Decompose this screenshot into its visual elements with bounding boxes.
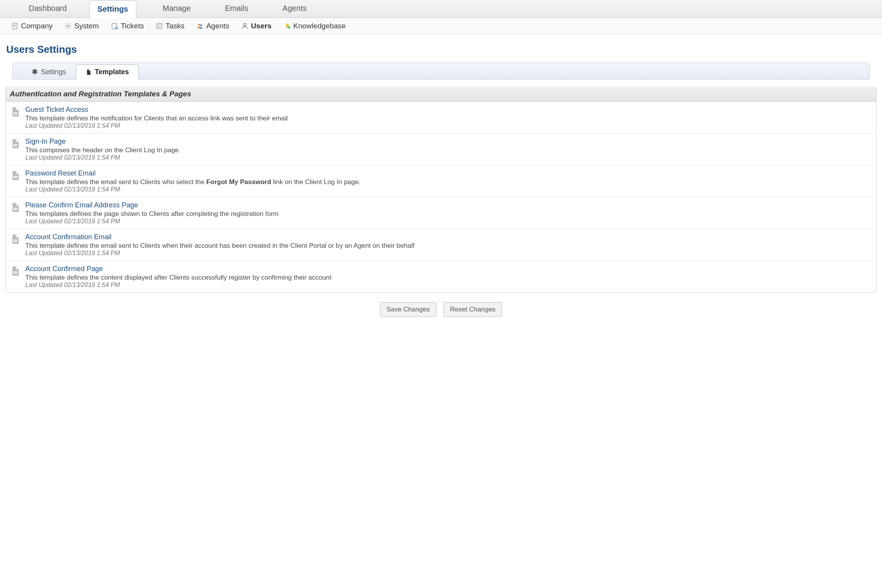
- template-description: This composes the header on the Client L…: [25, 146, 872, 154]
- template-description-bold: Forgot My Password: [206, 178, 271, 186]
- template-title-link[interactable]: Please Confirm Email Address Page: [25, 201, 872, 209]
- svg-rect-0: [12, 23, 17, 29]
- updated-prefix: Last Updated: [25, 186, 64, 193]
- page-icon: [10, 233, 25, 257]
- template-updated: Last Updated 02/13/2019 1:54 PM: [25, 218, 872, 225]
- template-row: Account Confirmed PageThis template defi…: [6, 261, 876, 292]
- updated-date: 02/13/2019 1:54 PM: [64, 282, 120, 288]
- template-body: Sign-In PageThis composes the header on …: [25, 137, 872, 161]
- reset-button[interactable]: Reset Changes: [443, 302, 502, 317]
- gear-icon: [64, 22, 72, 30]
- svg-rect-28: [13, 209, 17, 210]
- template-description-post: link on the Client Log In page.: [271, 178, 361, 186]
- subnav-knowledgebase[interactable]: Knowledgebase: [281, 20, 348, 32]
- template-row: Account Confirmation EmailThis template …: [6, 229, 876, 261]
- template-title-link[interactable]: Sign-In Page: [25, 137, 872, 146]
- template-description: This template defines the email sent to …: [25, 242, 872, 250]
- tab-emails[interactable]: Emails: [217, 0, 256, 17]
- lightbulb-icon: [283, 22, 291, 30]
- updated-date: 02/13/2019 1:54 PM: [64, 218, 120, 224]
- template-row: Guest Ticket AccessThis template defines…: [6, 102, 876, 134]
- tab-settings[interactable]: Settings: [89, 0, 136, 18]
- subnav-label: Knowledgebase: [293, 22, 346, 30]
- template-body: Please Confirm Email Address PageThis te…: [25, 201, 872, 225]
- subnav-system[interactable]: System: [62, 20, 101, 32]
- tasks-icon: [155, 22, 163, 30]
- subnav-agents[interactable]: Agents: [194, 20, 232, 32]
- template-description-pre: This template defines the email sent to …: [25, 178, 206, 186]
- section-header: Authentication and Registration Template…: [6, 87, 876, 102]
- svg-point-15: [244, 23, 246, 26]
- svg-rect-27: [13, 208, 17, 209]
- subnav-tasks[interactable]: Tasks: [153, 20, 187, 32]
- page-icon: [10, 137, 25, 161]
- page-icon: [10, 201, 25, 225]
- template-updated: Last Updated 02/13/2019 1:54 PM: [25, 186, 872, 193]
- updated-date: 02/13/2019 1:54 PM: [64, 154, 120, 161]
- template-updated: Last Updated 02/13/2019 1:54 PM: [25, 250, 872, 257]
- template-title-link[interactable]: Password Reset Email: [25, 169, 872, 177]
- subtab-templates[interactable]: Templates: [76, 64, 139, 80]
- agents-icon: [196, 22, 204, 30]
- page-small-icon: [85, 69, 92, 75]
- svg-rect-22: [13, 114, 17, 115]
- updated-prefix: Last Updated: [25, 122, 64, 129]
- subnav-label: System: [74, 22, 99, 30]
- footer-buttons: Save Changes Reset Changes: [5, 302, 877, 317]
- ticket-icon: [111, 22, 119, 30]
- svg-rect-25: [13, 176, 17, 177]
- template-updated: Last Updated 02/13/2019 1:54 PM: [25, 122, 872, 129]
- template-updated: Last Updated 02/13/2019 1:54 PM: [25, 282, 872, 289]
- subtab-strip: ✱ Settings Templates: [12, 63, 870, 80]
- templates-content: Authentication and Registration Template…: [5, 87, 877, 293]
- page-icon: [10, 106, 25, 129]
- tab-manage[interactable]: Manage: [155, 0, 199, 17]
- svg-rect-29: [13, 240, 17, 240]
- svg-rect-23: [13, 144, 17, 145]
- svg-rect-31: [13, 271, 17, 272]
- svg-point-14: [200, 24, 202, 26]
- svg-rect-32: [13, 273, 17, 274]
- subnav-label: Users: [251, 22, 272, 30]
- template-row: Sign-In PageThis composes the header on …: [6, 134, 876, 165]
- svg-rect-17: [286, 26, 288, 28]
- updated-date: 02/13/2019 1:54 PM: [64, 122, 120, 129]
- subtab-settings[interactable]: ✱ Settings: [22, 64, 76, 80]
- users-icon: [241, 22, 249, 30]
- subnav-tickets[interactable]: Tickets: [108, 20, 146, 32]
- page-title: Users Settings: [6, 43, 877, 56]
- updated-prefix: Last Updated: [25, 154, 64, 161]
- svg-point-16: [286, 23, 289, 26]
- page-icon: [10, 265, 25, 289]
- template-description: This templates defines the page shown to…: [25, 210, 872, 218]
- subnav-company[interactable]: Company: [9, 20, 55, 32]
- svg-point-13: [198, 24, 200, 26]
- save-button[interactable]: Save Changes: [380, 302, 437, 317]
- template-description: This template defines the email sent to …: [25, 178, 872, 186]
- subtab-label: Templates: [95, 68, 129, 76]
- subnav-label: Tickets: [121, 22, 144, 30]
- asterisk-icon: ✱: [32, 68, 38, 76]
- updated-prefix: Last Updated: [25, 218, 64, 224]
- updated-date: 02/13/2019 1:54 PM: [64, 186, 120, 193]
- template-body: Account Confirmation EmailThis template …: [25, 233, 872, 257]
- tab-dashboard[interactable]: Dashboard: [21, 0, 75, 17]
- template-row: Password Reset EmailThis template define…: [6, 165, 876, 197]
- svg-rect-24: [13, 146, 17, 146]
- subnav-users[interactable]: Users: [239, 20, 274, 32]
- page-icon: [10, 169, 25, 193]
- settings-subnav: Company System Tickets Tasks Agents User…: [0, 18, 882, 34]
- template-description: This template defines the notification f…: [25, 115, 872, 122]
- svg-rect-30: [13, 241, 17, 242]
- template-title-link[interactable]: Guest Ticket Access: [25, 106, 872, 114]
- updated-prefix: Last Updated: [25, 250, 64, 256]
- svg-point-4: [67, 25, 69, 27]
- svg-rect-21: [13, 112, 17, 113]
- template-title-link[interactable]: Account Confirmed Page: [25, 265, 872, 273]
- template-row: Please Confirm Email Address PageThis te…: [6, 197, 876, 229]
- template-body: Guest Ticket AccessThis template defines…: [25, 106, 872, 129]
- template-title-link[interactable]: Account Confirmation Email: [25, 233, 872, 241]
- updated-prefix: Last Updated: [25, 282, 64, 288]
- tab-agents[interactable]: Agents: [275, 0, 314, 17]
- clipboard-icon: [11, 22, 19, 30]
